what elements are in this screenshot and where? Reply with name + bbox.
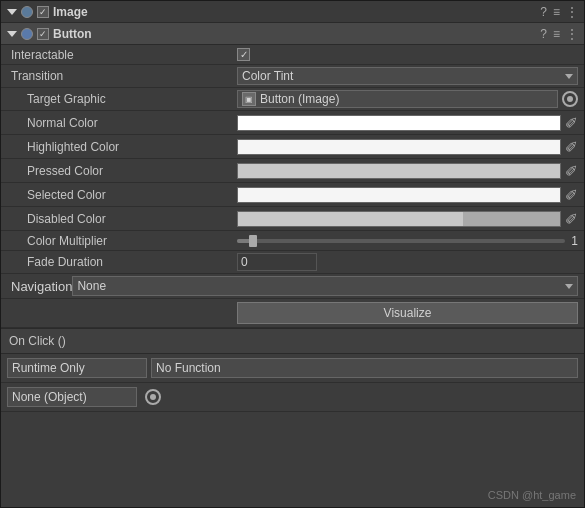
on-click-object-row: None (Object) bbox=[1, 383, 584, 412]
on-click-section: On Click () Runtime Only No Function Non… bbox=[1, 328, 584, 412]
color-multiplier-slider-row: 1 bbox=[237, 234, 578, 248]
selected-color-label: Selected Color bbox=[7, 188, 237, 202]
transition-value: Color Tint bbox=[237, 67, 578, 85]
target-graphic-field[interactable]: ▣ Button (Image) bbox=[237, 90, 558, 108]
image-panel-title: Image bbox=[53, 5, 536, 19]
selected-color-swatch[interactable] bbox=[237, 187, 561, 203]
watermark: CSDN @ht_game bbox=[488, 489, 576, 501]
button-panel-content: Interactable ✓ Transition Color Tint Tar… bbox=[1, 45, 584, 412]
selected-color-swatch-row bbox=[237, 187, 561, 203]
pressed-color-label: Pressed Color bbox=[7, 164, 237, 178]
transition-row: Transition Color Tint bbox=[1, 65, 584, 88]
image-panel-header: ✓ Image ? ≡ ⋮ bbox=[1, 1, 584, 23]
color-multiplier-label: Color Multiplier bbox=[7, 234, 237, 248]
target-graphic-icon: ▣ bbox=[242, 92, 256, 106]
button-enabled-checkbox[interactable]: ✓ bbox=[37, 28, 49, 40]
function-dropdown[interactable]: No Function bbox=[151, 358, 578, 378]
normal-color-row: Normal Color ✏ bbox=[1, 111, 584, 135]
button-more-icon[interactable]: ⋮ bbox=[566, 27, 578, 41]
button-panel-icon bbox=[21, 28, 33, 40]
color-multiplier-number: 1 bbox=[571, 234, 578, 248]
color-multiplier-track[interactable] bbox=[237, 239, 565, 243]
highlighted-color-row: Highlighted Color ✏ bbox=[1, 135, 584, 159]
on-click-controls-row: Runtime Only No Function bbox=[1, 354, 584, 383]
image-help-icon[interactable]: ? bbox=[540, 5, 547, 19]
transition-dropdown-text: Color Tint bbox=[242, 69, 293, 83]
fade-duration-label: Fade Duration bbox=[7, 255, 237, 269]
image-collapse-triangle[interactable] bbox=[7, 9, 17, 15]
button-panel-icons: ? ≡ ⋮ bbox=[540, 27, 578, 41]
disabled-color-swatch[interactable] bbox=[237, 211, 561, 227]
normal-color-value: ✏ bbox=[237, 113, 578, 132]
visualize-row: Visualize bbox=[1, 299, 584, 328]
pressed-color-row: Pressed Color ✏ bbox=[1, 159, 584, 183]
disabled-color-value: ✏ bbox=[237, 209, 578, 228]
image-panel-icons: ? ≡ ⋮ bbox=[540, 5, 578, 19]
disabled-color-label: Disabled Color bbox=[7, 212, 237, 226]
interactable-label: Interactable bbox=[7, 48, 237, 62]
interactable-row: Interactable ✓ bbox=[1, 45, 584, 65]
interactable-value: ✓ bbox=[237, 48, 578, 61]
target-graphic-value-container: ▣ Button (Image) bbox=[237, 90, 578, 108]
highlighted-color-swatch-row bbox=[237, 139, 561, 155]
color-multiplier-thumb[interactable] bbox=[249, 235, 257, 247]
selected-color-value: ✏ bbox=[237, 185, 578, 204]
image-settings-icon[interactable]: ≡ bbox=[553, 5, 560, 19]
pressed-color-value: ✏ bbox=[237, 161, 578, 180]
transition-dropdown[interactable]: Color Tint bbox=[237, 67, 578, 85]
target-graphic-picker[interactable] bbox=[562, 91, 578, 107]
normal-color-label: Normal Color bbox=[7, 116, 237, 130]
navigation-dropdown-text: None bbox=[77, 279, 106, 293]
object-picker[interactable] bbox=[145, 389, 161, 405]
image-panel-icon bbox=[21, 6, 33, 18]
visualize-button[interactable]: Visualize bbox=[237, 302, 578, 324]
object-dropdown-text: None (Object) bbox=[12, 390, 87, 404]
disabled-color-row: Disabled Color ✏ bbox=[1, 207, 584, 231]
fade-duration-value bbox=[237, 253, 578, 271]
highlighted-color-value: ✏ bbox=[237, 137, 578, 156]
button-settings-icon[interactable]: ≡ bbox=[553, 27, 560, 41]
color-multiplier-row: Color Multiplier 1 bbox=[1, 231, 584, 251]
highlighted-color-swatch[interactable] bbox=[237, 139, 561, 155]
target-graphic-row: Target Graphic ▣ Button (Image) bbox=[1, 88, 584, 111]
navigation-row: Navigation None bbox=[1, 274, 584, 299]
transition-label: Transition bbox=[7, 69, 237, 83]
disabled-color-swatch-row bbox=[237, 211, 561, 227]
selected-color-row: Selected Color ✏ bbox=[1, 183, 584, 207]
button-panel-header: ✓ Button ? ≡ ⋮ bbox=[1, 23, 584, 45]
button-panel-title: Button bbox=[53, 27, 536, 41]
button-collapse-triangle[interactable] bbox=[7, 31, 17, 37]
fade-duration-row: Fade Duration bbox=[1, 251, 584, 274]
object-dropdown[interactable]: None (Object) bbox=[7, 387, 137, 407]
target-graphic-text: Button (Image) bbox=[260, 92, 339, 106]
image-enabled-checkbox[interactable]: ✓ bbox=[37, 6, 49, 18]
pressed-color-swatch-row bbox=[237, 163, 561, 179]
fade-duration-input[interactable] bbox=[237, 253, 317, 271]
navigation-dropdown[interactable]: None bbox=[72, 276, 578, 296]
transition-dropdown-arrow bbox=[565, 74, 573, 79]
normal-color-swatch[interactable] bbox=[237, 115, 561, 131]
runtime-dropdown[interactable]: Runtime Only bbox=[7, 358, 147, 378]
runtime-dropdown-text: Runtime Only bbox=[12, 361, 85, 375]
on-click-title: On Click () bbox=[9, 334, 66, 348]
selected-color-eyedropper[interactable]: ✏ bbox=[560, 183, 583, 206]
navigation-label: Navigation bbox=[7, 279, 72, 294]
navigation-dropdown-arrow bbox=[565, 284, 573, 289]
pressed-color-swatch[interactable] bbox=[237, 163, 561, 179]
normal-color-swatch-row bbox=[237, 115, 561, 131]
normal-color-eyedropper[interactable]: ✏ bbox=[560, 111, 583, 134]
image-more-icon[interactable]: ⋮ bbox=[566, 5, 578, 19]
on-click-header: On Click () bbox=[1, 329, 584, 354]
highlighted-color-label: Highlighted Color bbox=[7, 140, 237, 154]
pressed-color-eyedropper[interactable]: ✏ bbox=[560, 159, 583, 182]
function-dropdown-text: No Function bbox=[156, 361, 221, 375]
target-graphic-label: Target Graphic bbox=[7, 92, 237, 106]
disabled-color-eyedropper[interactable]: ✏ bbox=[560, 207, 583, 230]
color-multiplier-value: 1 bbox=[237, 234, 578, 248]
interactable-checkbox[interactable]: ✓ bbox=[237, 48, 250, 61]
button-help-icon[interactable]: ? bbox=[540, 27, 547, 41]
highlighted-color-eyedropper[interactable]: ✏ bbox=[560, 135, 583, 158]
